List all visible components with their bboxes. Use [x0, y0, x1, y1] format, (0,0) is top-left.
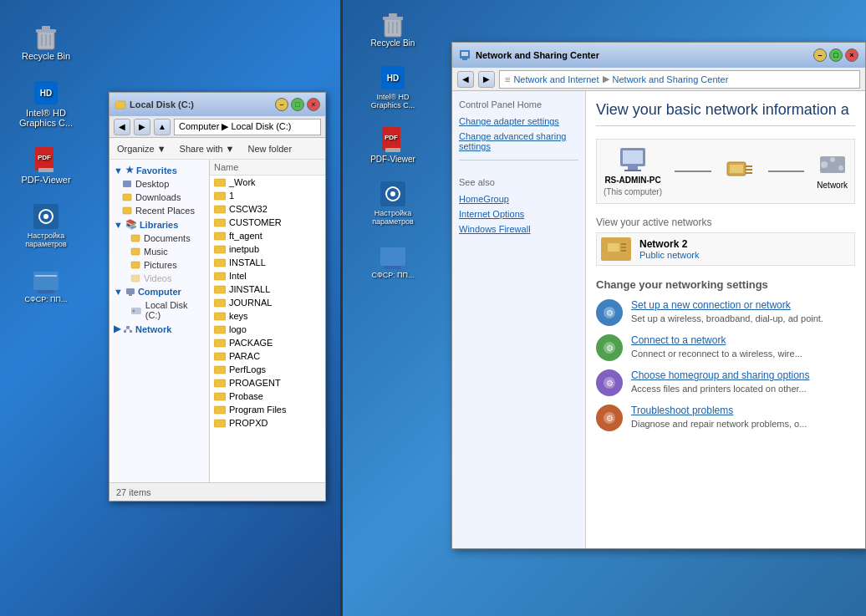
svg-rect-95 — [624, 170, 641, 171]
action-icon-setup-connection: ⚙ — [596, 299, 623, 326]
up-button[interactable]: ▲ — [154, 119, 171, 135]
left-desktop-icons: Recycle Bin HD Intel® HD Graphics C... P… — [13, 17, 79, 308]
new-folder-button[interactable]: New folder — [245, 142, 296, 155]
right-monitor: Recycle Bin HD Intel® HDGraphics C... PD… — [343, 0, 866, 616]
net-maximize-button[interactable]: □ — [829, 48, 843, 62]
file-item[interactable]: Intel — [210, 269, 325, 283]
net-back-button[interactable]: ◀ — [457, 71, 474, 88]
intel-hd-icon-left[interactable]: HD Intel® HD Graphics C... — [17, 78, 75, 128]
net-close-button[interactable]: × — [845, 48, 858, 62]
recycle-bin-icon-right[interactable]: Recycle Bin — [364, 8, 422, 48]
svg-rect-48 — [214, 259, 218, 262]
svg-rect-70 — [214, 406, 218, 409]
maximize-button[interactable]: □ — [291, 98, 304, 111]
nav-local-disk[interactable]: Local Disk (C:) — [110, 298, 209, 322]
svg-rect-9 — [38, 168, 53, 172]
forward-button[interactable]: ▶ — [134, 119, 150, 135]
pdf-viewer-icon-right[interactable]: PDF PDF-Viewer — [364, 125, 422, 164]
svg-rect-88 — [385, 266, 401, 269]
homegroup-link[interactable]: HomeGroup — [459, 194, 578, 204]
file-item[interactable]: PROPXD — [210, 416, 325, 430]
nav-videos[interactable]: Videos — [110, 272, 209, 285]
intel-hd-icon-right[interactable]: HD Intel® HDGraphics C... — [364, 63, 422, 109]
file-item[interactable]: Probase — [210, 389, 325, 403]
change-adapter-settings-link[interactable]: Change adapter settings — [459, 116, 578, 126]
close-button[interactable]: × — [307, 98, 320, 111]
action-text-homegroup-sharing: Choose homegroup and sharing options Acc… — [631, 369, 855, 395]
svg-rect-14 — [33, 272, 59, 290]
nastrojka-icon-right[interactable]: Настройкапараметров — [364, 179, 422, 226]
nav-recent-places[interactable]: Recent Places — [110, 204, 209, 217]
svg-rect-31 — [124, 330, 126, 333]
action-link-connect-network[interactable]: Connect to a network — [631, 334, 855, 346]
nastrojka-icon-left[interactable]: Настройкапараметров — [17, 201, 75, 248]
file-item[interactable]: logo — [210, 323, 325, 336]
nav-pictures[interactable]: Pictures — [110, 258, 209, 272]
action-icon-homegroup-sharing: ⚙ — [596, 369, 623, 396]
pdf-viewer-icon-left[interactable]: PDF PDF-Viewer — [17, 145, 75, 185]
file-item[interactable]: PROAGENT — [210, 376, 325, 389]
share-with-button[interactable]: Share with ▼ — [176, 142, 238, 155]
back-button[interactable]: ◀ — [114, 119, 130, 135]
file-item[interactable]: Program Files — [210, 403, 325, 416]
breadcrumb-part1[interactable]: Network and Internet — [513, 74, 599, 84]
column-name: Name — [214, 162, 238, 172]
file-item[interactable]: _Work — [210, 176, 325, 189]
breadcrumb-part2[interactable]: Network and Sharing Center — [613, 74, 729, 84]
change-advanced-sharing-link[interactable]: Change advanced sharing settings — [459, 131, 578, 151]
file-item[interactable]: CUSTOMER — [210, 216, 325, 229]
action-text-connect-network: Connect to a network Connect or reconnec… — [631, 334, 855, 359]
action-text-setup-connection: Set up a new connection or network Set u… — [631, 299, 855, 324]
file-item[interactable]: CSCW32 — [210, 202, 325, 216]
svg-text:PDF: PDF — [385, 134, 398, 141]
file-item[interactable]: PARAC — [210, 349, 325, 363]
network-header[interactable]: ▶ Network — [110, 322, 209, 336]
file-item[interactable]: PerfLogs — [210, 363, 325, 376]
network-window-titlebar: Network and Sharing Center – □ × — [452, 43, 865, 68]
minimize-button[interactable]: – — [275, 98, 288, 111]
libraries-triangle: ▼ — [114, 220, 123, 230]
file-item[interactable]: inetpub — [210, 242, 325, 256]
sfsr-icon-right[interactable]: СФСР: ПП... — [364, 241, 422, 279]
computer-header[interactable]: ▼ Computer — [110, 285, 209, 298]
nav-downloads[interactable]: Downloads — [110, 191, 209, 204]
svg-rect-97 — [730, 165, 743, 173]
file-item[interactable]: keys — [210, 309, 325, 323]
file-item[interactable]: INSTALL — [210, 256, 325, 269]
action-link-setup-connection[interactable]: Set up a new connection or network — [631, 299, 855, 311]
nav-desktop[interactable]: Desktop — [110, 177, 209, 191]
sfsr-icon-left[interactable]: СФСР: ПП... — [17, 265, 75, 303]
breadcrumb-separator: ▶ — [603, 74, 609, 84]
net-minimize-button[interactable]: – — [813, 48, 827, 62]
network-line-2 — [768, 171, 805, 172]
internet-options-link[interactable]: Internet Options — [459, 209, 578, 219]
svg-point-29 — [132, 310, 135, 313]
file-item[interactable]: PACKAGE — [210, 336, 325, 349]
libraries-header[interactable]: ▼ 📚 Libraries — [110, 217, 209, 232]
action-link-troubleshoot[interactable]: Troubleshoot problems — [631, 405, 855, 416]
explorer-title: Local Disk (C:) — [130, 99, 194, 109]
action-link-homegroup-sharing[interactable]: Choose homegroup and sharing options — [631, 369, 855, 381]
windows-firewall-link[interactable]: Windows Firewall — [459, 224, 578, 234]
net-forward-button[interactable]: ▶ — [478, 71, 495, 88]
file-list: _Work 1 CSCW32 CUSTOMER ft_agent inetpub… — [210, 176, 325, 430]
svg-rect-91 — [462, 59, 467, 60]
nav-music[interactable]: Music — [110, 245, 209, 258]
computer-subtitle: (This computer) — [604, 187, 662, 196]
nav-documents[interactable]: Documents — [110, 232, 209, 245]
file-item[interactable]: JOURNAL — [210, 296, 325, 309]
svg-rect-100 — [746, 172, 752, 174]
address-path[interactable]: Computer ▶ Local Disk (C:) — [174, 119, 321, 135]
network-line-1 — [675, 171, 711, 172]
file-name: 1 — [229, 191, 234, 201]
recycle-bin-icon-left[interactable]: Recycle Bin — [17, 21, 75, 61]
actions-list: ⚙ Set up a new connection or network Set… — [596, 299, 855, 431]
organize-button[interactable]: Organize ▼ — [114, 142, 170, 155]
network-sidebar: Control Panel Home Change adapter settin… — [452, 91, 586, 548]
favorites-header[interactable]: ▼ ★ Favorites — [110, 163, 209, 177]
file-name: logo — [229, 324, 247, 334]
file-name: PACKAGE — [229, 338, 273, 348]
file-item[interactable]: JINSTALL — [210, 283, 325, 296]
file-item[interactable]: ft_agent — [210, 229, 325, 242]
file-item[interactable]: 1 — [210, 189, 325, 202]
